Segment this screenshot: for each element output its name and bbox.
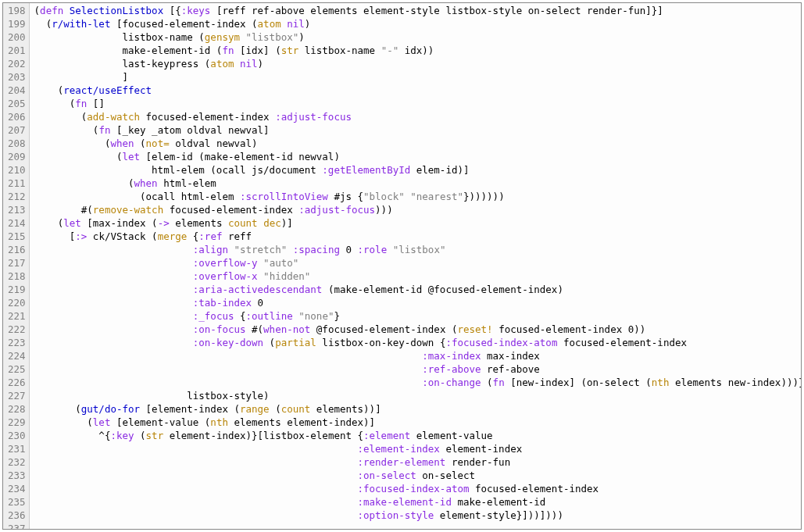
code-line[interactable]: (let [element-value (nth elements elemen…: [34, 416, 801, 429]
token: [34, 456, 358, 468]
code-line[interactable]: (react/useEffect: [34, 84, 801, 97]
token: :getElementById: [322, 164, 410, 176]
token: last-keypress (: [34, 58, 211, 70]
code-line[interactable]: ^{:key (str element-index)}[listbox-elem…: [34, 429, 801, 442]
code-line[interactable]: (fn []: [34, 97, 801, 110]
token: focused-element-index 0)): [493, 323, 646, 335]
code-line[interactable]: #(remove-watch focused-element-index :ad…: [34, 203, 801, 216]
code-line[interactable]: (let [elem-id (make-element-id newval): [34, 150, 801, 163]
code-line[interactable]: (gut/do-for [element-index (range (count…: [34, 402, 801, 416]
code-line[interactable]: :option-style element-style}]))]))): [34, 509, 801, 522]
code-line[interactable]: :render-element render-fun: [34, 455, 801, 469]
token: []: [87, 98, 105, 109]
token: (ocall html-elem: [34, 191, 240, 202]
code-line[interactable]: :on-key-down (partial listbox-on-key-dow…: [34, 336, 801, 349]
token: atom: [258, 18, 281, 30]
code-line[interactable]: (r/with-let [focused-element-index (atom…: [34, 17, 801, 30]
token: fn: [98, 124, 110, 136]
code-line[interactable]: :tab-index 0: [34, 296, 801, 309]
code-line[interactable]: :max-index max-index: [34, 349, 801, 362]
code-line[interactable]: [34, 522, 801, 529]
line-number: 235: [8, 495, 26, 509]
code-line[interactable]: [:> ck/VStack (merge {:ref reff: [34, 230, 801, 243]
code-line[interactable]: listbox-name (gensym "listbox"): [34, 30, 801, 44]
token: [34, 509, 358, 521]
token: [34, 270, 193, 282]
token: element-value: [410, 430, 492, 441]
token: SelectionListbox: [70, 5, 163, 16]
token: fn: [75, 98, 87, 109]
code-line[interactable]: :element-index element-index: [34, 442, 801, 455]
code-line[interactable]: :focused-index-atom focused-element-inde…: [34, 482, 801, 495]
code-line[interactable]: (defn SelectionListbox [{:keys [reff ref…: [34, 4, 801, 17]
code-line[interactable]: (add-watch focused-element-index :adjust…: [34, 110, 801, 123]
token: [34, 323, 193, 335]
token: :outline: [246, 310, 293, 322]
token: when-not: [263, 323, 310, 335]
token: gut/do-for: [81, 403, 140, 415]
code-line[interactable]: :overflow-x "hidden": [34, 270, 801, 283]
token: react/useEffect: [63, 84, 152, 96]
code-line[interactable]: html-elem (ocall js/document :getElement…: [34, 163, 801, 177]
token: [idx] (: [234, 45, 281, 56]
code-line[interactable]: :on-select on-select: [34, 469, 801, 482]
token: :scrollIntoView: [240, 191, 328, 202]
token: :on-key-down: [193, 337, 263, 348]
token: (: [134, 430, 146, 441]
token: :adjust-focus: [275, 111, 352, 123]
token: :role: [358, 244, 388, 255]
line-number: 228: [8, 402, 26, 416]
line-number: 211: [8, 177, 26, 190]
code-line[interactable]: :_focus {:outline "none"}: [34, 309, 801, 323]
token: :max-index: [422, 350, 481, 362]
code-line[interactable]: (when html-elem: [34, 177, 801, 190]
token: element-index: [440, 443, 522, 455]
token: (: [481, 377, 493, 388]
code-line[interactable]: listbox-style): [34, 389, 801, 402]
token: :keys: [181, 5, 211, 16]
line-number: 225: [8, 362, 26, 376]
line-number: 210: [8, 163, 26, 177]
line-number: 198: [8, 4, 26, 17]
token: [34, 483, 358, 495]
code-line[interactable]: ]: [34, 70, 801, 84]
token: :>: [75, 230, 87, 242]
token: (: [34, 98, 76, 109]
code-line[interactable]: (ocall html-elem :scrollIntoView #js {"b…: [34, 190, 801, 203]
token: [34, 257, 193, 269]
token: reset!: [457, 323, 492, 335]
code-line[interactable]: last-keypress (atom nil): [34, 57, 801, 70]
code-line[interactable]: (let [max-index (-> elements count dec)]: [34, 216, 801, 230]
token: :on-select: [358, 470, 416, 481]
line-number: 200: [8, 30, 26, 44]
line-number: 237: [8, 522, 26, 530]
token: [elem-id (make-element-id newval): [140, 151, 340, 162]
code-line[interactable]: make-element-id (fn [idx] (str listbox-n…: [34, 44, 801, 57]
token: (: [270, 403, 281, 415]
code-line[interactable]: (fn [_key _atom oldval newval]: [34, 123, 801, 137]
token: (: [34, 5, 41, 16]
code-line[interactable]: :overflow-y "auto": [34, 256, 801, 270]
token: :focused-index-atom: [445, 337, 557, 348]
token: :element-index: [358, 443, 440, 455]
token: html-elem: [158, 177, 216, 189]
token: count: [228, 217, 258, 229]
token: [34, 363, 423, 375]
token: not=: [146, 137, 170, 149]
code-area[interactable]: (defn SelectionListbox [{:keys [reff ref…: [30, 3, 801, 529]
code-line[interactable]: :on-focus #(when-not @focused-element-in…: [34, 323, 801, 336]
line-number: 233: [8, 469, 26, 482]
token: count: [281, 403, 311, 415]
token: [reff ref-above elements element-style l…: [210, 5, 663, 16]
code-line[interactable]: :aria-activedescendant (make-element-id …: [34, 283, 801, 296]
code-line[interactable]: :ref-above ref-above: [34, 362, 801, 376]
token: range: [240, 403, 270, 415]
code-line[interactable]: :make-element-id make-element-id: [34, 495, 801, 509]
token: :spacing: [293, 244, 340, 255]
code-line[interactable]: :align "stretch" :spacing 0 :role "listb…: [34, 243, 801, 256]
code-line[interactable]: :on-change (fn [new-index] (on-select (n…: [34, 376, 801, 389]
token: when: [134, 177, 158, 189]
code-line[interactable]: (when (not= oldval newval): [34, 137, 801, 150]
line-number: 213: [8, 203, 26, 216]
token: defn: [40, 5, 70, 16]
